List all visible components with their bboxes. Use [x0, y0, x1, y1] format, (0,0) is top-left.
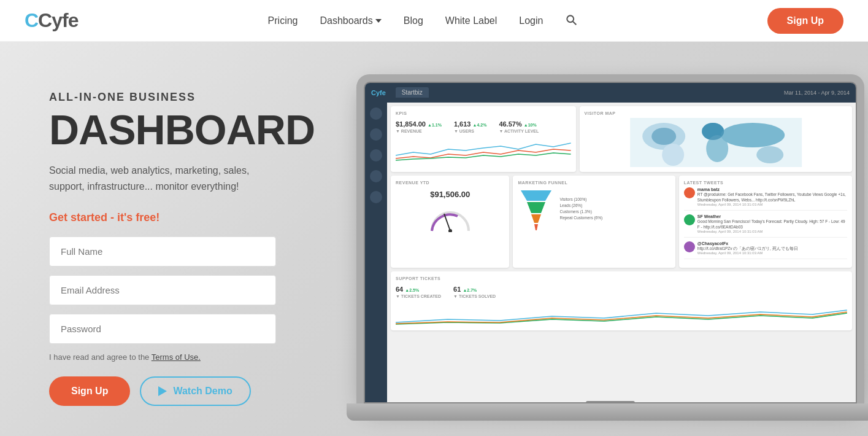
hero-section: ALL-IN-ONE BUSINESS DASHBOARD Social med…: [0, 42, 868, 436]
kpi-chart: [396, 137, 571, 162]
kpi-revenue: $1,854.00 ▲1.1% ▼ REVENUE: [396, 118, 442, 133]
support-widget: SUPPORT TICKETS 64 ▲2.5% ▼ TICKETS CREAT…: [391, 271, 852, 330]
tweet-text-1: RT @produkme: Get Facebook Fans, Twitter…: [697, 192, 847, 203]
hero-description: Social media, web analytics, marketing, …: [49, 163, 282, 194]
dash-row-1: KPIS $1,854.00 ▲1.1% ▼ REVENUE: [391, 106, 852, 172]
nav-dashboards[interactable]: Dashboards: [320, 15, 381, 26]
kpi-users: 1,613 ▲4.2% ▼ USERS: [454, 118, 486, 133]
tweet-avatar-3: [684, 241, 695, 252]
dash-main: KPIS $1,854.00 ▲1.1% ▼ REVENUE: [387, 103, 856, 402]
header: CCyfe Pricing Dashboards Blog White Labe…: [0, 0, 868, 42]
full-name-field-group: [49, 236, 282, 267]
revenue-ytd-widget: REVENUE YTD $91,506.00: [391, 176, 509, 268]
logo-c: C: [25, 9, 38, 31]
nav-pricing[interactable]: Pricing: [268, 15, 298, 26]
chevron-down-icon: [375, 19, 382, 23]
funnel-label-4: Repeat Customers (6%): [559, 216, 602, 220]
svg-point-0: [567, 15, 574, 22]
tweets-widget: LATEST TWEETS mama batz RT @produkme: Ge…: [679, 176, 852, 268]
sidebar-icon-5: [370, 191, 382, 203]
tickets-created: 64 ▲2.5% ▼ TICKETS CREATED: [396, 283, 441, 298]
password-field-group: [49, 314, 282, 344]
tweet-text-3: http://t.co/dtrat1PZv の「あの寝バ1ガリ, 死んでも毎日: [697, 246, 798, 251]
svg-point-10: [651, 128, 676, 145]
play-icon: [158, 386, 167, 396]
tickets-solved: 61 ▲2.7% ▼ TICKETS SOLVED: [453, 283, 496, 298]
tweet-avatar-1: [684, 187, 695, 198]
logo: CCyfe: [25, 9, 78, 32]
funnel-content: Visitors (100%) Leads (26%) Customers (1…: [518, 187, 670, 230]
funnel-label-3: Customers (1.3%): [559, 209, 602, 214]
funnel-label-2: Leads (26%): [559, 203, 602, 208]
kpi-title: KPIS: [396, 111, 571, 115]
dash-topbar: Cyfe Startbiz Mar 11, 2014 - Apr 9, 2014: [365, 83, 856, 103]
support-chart: [396, 301, 847, 325]
funnel-svg: [518, 187, 555, 230]
hero-buttons: Sign Up Watch Demo: [49, 376, 282, 406]
tweet-content-3: @ChasyacotFx http://t.co/dtrat1PZv の「あの寝…: [697, 241, 798, 255]
svg-marker-16: [534, 224, 538, 230]
svg-line-1: [573, 21, 576, 24]
tweet-name-2: SF Weather: [697, 214, 847, 219]
hero-right: Cyfe Startbiz Mar 11, 2014 - Apr 9, 2014: [319, 42, 868, 436]
world-map: [585, 118, 847, 167]
hero-cta-label: Get started - it's free!: [49, 211, 282, 224]
main-nav: Pricing Dashboards Blog White Label Logi…: [268, 14, 578, 28]
tweets-title: LATEST TWEETS: [684, 181, 847, 185]
terms-text: I have read and agree to the Terms of Us…: [49, 352, 282, 362]
revenue-ytd-title: REVENUE YTD: [396, 181, 504, 185]
tweet-item-3: @ChasyacotFx http://t.co/dtrat1PZv の「あの寝…: [684, 241, 847, 259]
svg-point-12: [448, 229, 452, 232]
laptop-base: [347, 403, 868, 421]
dash-body: KPIS $1,854.00 ▲1.1% ▼ REVENUE: [365, 103, 856, 402]
visitor-map-title: VISITOR MAP: [585, 111, 847, 115]
tweet-time-1: Wednesday, April 09, 2014 10:31:03 AM: [697, 203, 847, 206]
sidebar-icon-4: [370, 170, 382, 182]
laptop-screen: Cyfe Startbiz Mar 11, 2014 - Apr 9, 2014: [365, 83, 856, 402]
header-signup-button[interactable]: Sign Up: [767, 8, 843, 34]
search-icon[interactable]: [565, 14, 577, 28]
email-input[interactable]: [49, 275, 276, 305]
hero-left: ALL-IN-ONE BUSINESS DASHBOARD Social med…: [0, 42, 319, 436]
tweet-item-2: SF Weather Good Morning San Francisco! T…: [684, 214, 847, 238]
support-title: SUPPORT TICKETS: [396, 276, 847, 281]
full-name-input[interactable]: [49, 236, 276, 267]
nav-login[interactable]: Login: [519, 15, 543, 26]
watch-demo-button[interactable]: Watch Demo: [140, 376, 250, 406]
kpi-values: $1,854.00 ▲1.1% ▼ REVENUE 1,613: [396, 118, 571, 133]
kpi-widget: KPIS $1,854.00 ▲1.1% ▼ REVENUE: [391, 106, 576, 172]
funnel-labels: Visitors (100%) Leads (26%) Customers (1…: [559, 197, 602, 220]
svg-point-4: [662, 144, 684, 166]
tweet-text-2: Good Morning San Francisco! Today's Fore…: [697, 219, 847, 230]
support-kpis: 64 ▲2.5% ▼ TICKETS CREATED 61: [396, 283, 847, 298]
hero-subtitle: ALL-IN-ONE BUSINESS: [49, 91, 282, 104]
dash-logo: Cyfe: [371, 89, 386, 96]
sidebar-icon-3: [370, 149, 382, 162]
hero-title: DASHBOARD: [49, 109, 282, 150]
tweet-time-2: Wednesday, April 09, 2014 10:31:03 AM: [697, 230, 847, 233]
svg-marker-15: [531, 214, 541, 223]
nav-blog[interactable]: Blog: [404, 15, 423, 26]
dashboard-mockup: Cyfe Startbiz Mar 11, 2014 - Apr 9, 2014: [365, 83, 856, 402]
svg-marker-14: [527, 202, 545, 213]
dash-sidebar: [365, 103, 387, 402]
tweet-avatar-2: [684, 214, 695, 225]
funnel-widget: MARKETING FUNNEL: [513, 176, 675, 268]
email-field-group: [49, 275, 282, 305]
tweet-content-1: mama batz RT @produkme: Get Facebook Fan…: [697, 187, 847, 206]
laptop-mockup: Cyfe Startbiz Mar 11, 2014 - Apr 9, 2014: [353, 77, 868, 421]
sidebar-icon-1: [370, 107, 382, 120]
svg-line-11: [444, 214, 450, 231]
hero-signup-button[interactable]: Sign Up: [49, 376, 130, 406]
dash-row-2: REVENUE YTD $91,506.00: [391, 176, 852, 268]
nav-white-label[interactable]: White Label: [445, 15, 497, 26]
svg-point-7: [721, 123, 785, 147]
svg-marker-13: [521, 190, 551, 201]
tweet-name-1: mama batz: [697, 187, 847, 192]
terms-link[interactable]: Terms of Use.: [152, 352, 201, 362]
tweet-name-3: @ChasyacotFx: [697, 241, 798, 246]
tweet-time-3: Wednesday, April 09, 2014 10:31:03 AM: [697, 251, 798, 255]
dash-tab: Startbiz: [396, 87, 429, 98]
tweet-content-2: SF Weather Good Morning San Francisco! T…: [697, 214, 847, 233]
password-input[interactable]: [49, 314, 276, 344]
